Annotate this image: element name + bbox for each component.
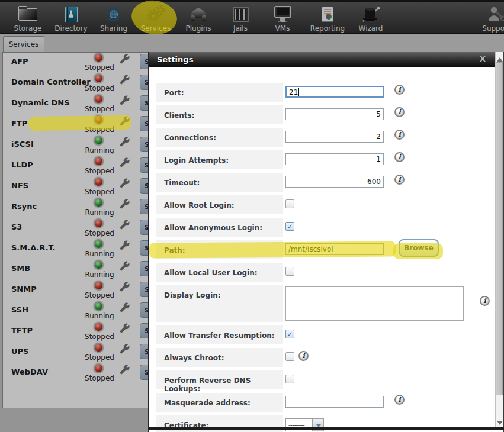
info-icon[interactable]: i: [394, 395, 405, 405]
field-label: Display Login:: [156, 285, 283, 322]
checkbox-allow-root-login[interactable]: [285, 199, 294, 208]
info-icon[interactable]: i: [394, 107, 405, 117]
checkbox-allow-anonymous-login[interactable]: ✓: [285, 222, 294, 231]
field-label: Masquerade address:: [156, 393, 283, 412]
checkbox-allow-transfer-resumption[interactable]: ✓: [285, 330, 294, 338]
text-input-timeout[interactable]: 600: [285, 176, 384, 188]
display-login-textarea[interactable]: [285, 286, 464, 321]
text-input-login-attempts[interactable]: 1: [285, 153, 384, 165]
dialog-form: Port:21iClients:5iConnections:2iLogin At…: [149, 52, 495, 432]
scroll-up-icon[interactable]: [497, 54, 503, 62]
info-icon[interactable]: i: [394, 152, 405, 162]
checkbox-always-chroot[interactable]: [285, 352, 294, 361]
field-label: Clients:: [156, 105, 283, 124]
text-input-port[interactable]: 21: [285, 86, 384, 98]
field-label: Port:: [156, 83, 283, 102]
text-input-connections[interactable]: 2: [285, 131, 384, 143]
field-label: Connections:: [156, 128, 283, 147]
browse-button[interactable]: Browse: [399, 239, 439, 257]
input-value: 21: [289, 88, 298, 96]
field-label: Allow Transfer Resumption:: [156, 325, 283, 344]
input-value: 1: [376, 155, 381, 163]
field-label: Login Attempts:: [156, 150, 283, 169]
scrollbar-thumb[interactable]: [496, 62, 503, 395]
freenas-services-screen: { "toolbar": { "items": [ { "label": "St…: [0, 0, 504, 432]
info-icon[interactable]: i: [394, 130, 405, 140]
input-value: 2: [376, 133, 381, 141]
info-icon[interactable]: i: [298, 351, 309, 361]
text-caret: [298, 88, 299, 96]
input-value: 5: [376, 110, 381, 118]
info-icon[interactable]: i: [394, 85, 405, 95]
info-icon[interactable]: i: [394, 175, 405, 185]
text-input-masquerade-address[interactable]: [285, 396, 384, 408]
checkbox-allow-local-user-login[interactable]: [285, 267, 294, 276]
text-input-clients[interactable]: 5: [285, 108, 384, 120]
dialog-bottom-border: [149, 427, 504, 430]
field-label: Always Chroot:: [156, 348, 283, 367]
info-icon[interactable]: i: [480, 296, 490, 306]
field-label: Allow Anonymous Login:: [156, 218, 283, 237]
text-input-path[interactable]: /mnt/iscsivol: [285, 243, 384, 255]
field-label: Allow Local User Login:: [156, 263, 283, 282]
field-label: Perform Reverse DNS Lookups:: [156, 370, 283, 389]
dialog-scrollbar[interactable]: [495, 52, 503, 430]
field-label: Allow Root Login:: [156, 195, 283, 214]
checkbox-perform-reverse-dns-lookups[interactable]: [285, 375, 294, 383]
settings-dialog: Settings X Port:21iClients:5iConnections…: [148, 52, 504, 432]
field-label: Path:: [156, 240, 283, 259]
input-value: /mnt/iscsivol: [288, 245, 333, 253]
input-value: 600: [367, 178, 381, 186]
field-label: Timeout:: [156, 173, 283, 192]
